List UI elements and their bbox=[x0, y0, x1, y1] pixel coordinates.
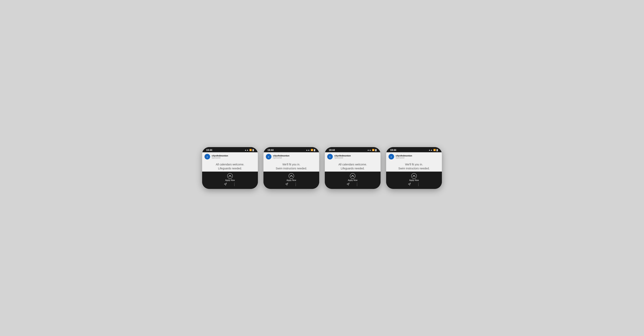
more-icon[interactable]: ⋮ bbox=[294, 182, 298, 187]
chevron-up-icon bbox=[411, 173, 417, 179]
send-icon[interactable] bbox=[346, 183, 350, 186]
status-icons: ▲▲ 📶 ▓ bbox=[306, 149, 315, 151]
apply-now-label: Apply Now bbox=[348, 179, 358, 181]
sponsored-label: Sponsored bbox=[334, 157, 351, 159]
apply-now-button[interactable]: Apply Now bbox=[225, 173, 235, 181]
apply-now-label: Apply Now bbox=[409, 179, 419, 181]
signal-icon: ▲▲ bbox=[367, 149, 371, 151]
send-icon[interactable] bbox=[285, 183, 288, 186]
ad-headline: We'll fit you in.Swim instructors needed… bbox=[386, 161, 442, 172]
wifi-icon: 📶 bbox=[311, 149, 313, 151]
battery-icon: ▓ bbox=[252, 149, 254, 151]
more-icon[interactable]: ⋮ bbox=[416, 182, 420, 187]
bottom-actions: ⋮ bbox=[285, 182, 298, 187]
sponsored-label: Sponsored bbox=[212, 157, 228, 159]
send-icon[interactable] bbox=[408, 183, 411, 186]
phone-2: 19:44 ▲▲ 📶 ▓ E cityofedmonton Sponsored … bbox=[264, 147, 319, 189]
bottom-bar: Apply Now ⋮ bbox=[386, 172, 442, 189]
more-icon[interactable]: ⋮ bbox=[355, 182, 359, 187]
signal-icon: ▲▲ bbox=[428, 149, 432, 151]
ad-headline: We'll fit you in.Swim instructors needed… bbox=[264, 161, 319, 172]
phone-3: 19:44 ▲▲ 📶 ▓ E cityofedmonton Sponsored … bbox=[325, 147, 380, 189]
status-time: 19:44 bbox=[390, 149, 396, 151]
svg-text:E: E bbox=[391, 156, 392, 158]
bottom-actions: ⋮ bbox=[224, 182, 236, 187]
story-header: E cityofedmonton Sponsored bbox=[264, 152, 319, 161]
avatar: E bbox=[204, 154, 210, 159]
chevron-up-icon bbox=[288, 173, 294, 179]
story-header: E cityofedmonton Sponsored bbox=[202, 152, 258, 161]
status-icons: ▲▲ 📶 ▓ bbox=[244, 149, 254, 151]
story-account: cityofedmonton Sponsored bbox=[212, 154, 228, 159]
avatar: E bbox=[327, 154, 333, 159]
wifi-icon: 📶 bbox=[249, 149, 252, 151]
avatar: E bbox=[388, 154, 394, 159]
status-bar: 19:44 ▲▲ 📶 ▓ bbox=[386, 147, 442, 152]
apply-now-label: Apply Now bbox=[225, 179, 235, 181]
svg-text:E: E bbox=[207, 156, 208, 158]
more-icon[interactable]: ⋮ bbox=[232, 182, 236, 187]
svg-text:E: E bbox=[329, 156, 330, 158]
chevron-up-icon bbox=[227, 173, 233, 179]
status-bar: 19:44 ▲▲ 📶 ▓ bbox=[202, 147, 258, 152]
ad-headline: All calendars welcome.Lifeguards needed. bbox=[325, 161, 380, 172]
battery-icon: ▓ bbox=[314, 149, 315, 151]
bottom-actions: ⋮ bbox=[408, 182, 420, 187]
chevron-up-icon bbox=[350, 173, 356, 179]
sponsored-label: Sponsored bbox=[273, 157, 290, 159]
bottom-actions: ⋮ bbox=[346, 182, 359, 187]
status-time: 19:44 bbox=[329, 149, 335, 151]
apply-now-label: Apply Now bbox=[286, 179, 296, 181]
status-time: 19:44 bbox=[206, 149, 212, 151]
status-icons: ▲▲ 📶 ▓ bbox=[428, 149, 438, 151]
story-account: cityofedmonton Sponsored bbox=[334, 154, 351, 159]
svg-text:E: E bbox=[268, 156, 269, 158]
sponsored-label: Sponsored bbox=[396, 157, 412, 159]
account-name: cityofedmonton bbox=[273, 154, 290, 157]
send-icon[interactable] bbox=[224, 183, 227, 186]
avatar: E bbox=[266, 154, 272, 159]
story-account: cityofedmonton Sponsored bbox=[273, 154, 290, 159]
wifi-icon: 📶 bbox=[433, 149, 436, 151]
battery-icon: ▓ bbox=[436, 149, 438, 151]
apply-now-button[interactable]: Apply Now bbox=[348, 173, 358, 181]
ad-headline: All calendars welcome.Lifeguards needed. bbox=[202, 161, 258, 172]
phone-4: 19:44 ▲▲ 📶 ▓ E cityofedmonton Sponsored … bbox=[386, 147, 442, 189]
wifi-icon: 📶 bbox=[372, 149, 374, 151]
phone-1: 19:44 ▲▲ 📶 ▓ E cityofedmonton Sponsored … bbox=[202, 147, 258, 189]
status-icons: ▲▲ 📶 ▓ bbox=[367, 149, 376, 151]
apply-now-button[interactable]: Apply Now bbox=[286, 173, 296, 181]
signal-icon: ▲▲ bbox=[244, 149, 248, 151]
account-name: cityofedmonton bbox=[396, 154, 412, 157]
status-bar: 19:44 ▲▲ 📶 ▓ bbox=[325, 147, 380, 152]
signal-icon: ▲▲ bbox=[306, 149, 310, 151]
status-bar: 19:44 ▲▲ 📶 ▓ bbox=[264, 147, 319, 152]
account-name: cityofedmonton bbox=[334, 154, 351, 157]
account-name: cityofedmonton bbox=[212, 154, 228, 157]
apply-now-button[interactable]: Apply Now bbox=[409, 173, 419, 181]
bottom-bar: Apply Now ⋮ bbox=[264, 172, 319, 189]
story-header: E cityofedmonton Sponsored bbox=[386, 152, 442, 161]
status-time: 19:44 bbox=[268, 149, 274, 151]
battery-icon: ▓ bbox=[375, 149, 376, 151]
phones-container: 19:44 ▲▲ 📶 ▓ E cityofedmonton Sponsored … bbox=[202, 147, 442, 189]
story-account: cityofedmonton Sponsored bbox=[396, 154, 412, 159]
story-header: E cityofedmonton Sponsored bbox=[325, 152, 380, 161]
bottom-bar: Apply Now ⋮ bbox=[325, 172, 380, 189]
bottom-bar: Apply Now ⋮ bbox=[202, 172, 258, 189]
